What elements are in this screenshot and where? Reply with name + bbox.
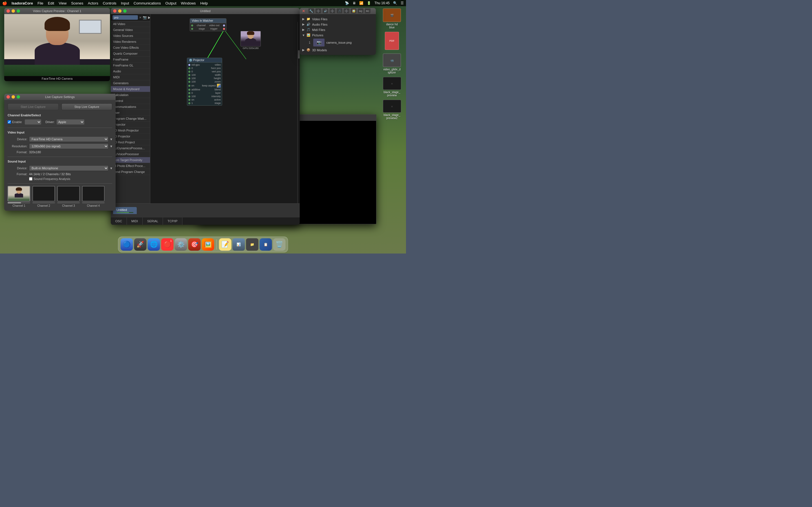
media-toolbar-btn-2[interactable]: ➕ — [315, 8, 321, 14]
resolution-dropdown-arrow[interactable]: ▾ — [110, 144, 112, 149]
menu-file[interactable]: File — [38, 1, 43, 5]
menu-help[interactable]: Help — [200, 1, 208, 5]
media-toolbar-btn-6[interactable]: ➕ — [343, 8, 350, 14]
actor-cat-freeframe[interactable]: FreeFrame — [111, 57, 150, 62]
actor-cat-communications[interactable]: Communications — [111, 104, 150, 110]
menubar-wifi-icon[interactable]: 📶 — [359, 1, 363, 5]
comm-tab-tcpip[interactable]: TCP/IP — [163, 217, 182, 225]
maximize-button[interactable] — [17, 9, 20, 13]
media-video-files[interactable]: ▶ 📁 Video Files — [300, 16, 376, 22]
main-max[interactable] — [123, 9, 126, 13]
media-toolbar-btn-5[interactable]: 🎵 — [336, 8, 343, 14]
device-dropdown-arrow[interactable]: ▾ — [110, 137, 112, 142]
sound-device-select[interactable]: Built-in Microphone — [29, 165, 109, 171]
actor-cat-core-video[interactable]: Core Video Effects — [111, 45, 150, 51]
canvas-scrollbar[interactable] — [297, 22, 300, 203]
dock-launchpad[interactable]: 🚀 — [134, 238, 147, 251]
menu-view[interactable]: View — [59, 1, 66, 5]
minimize-button[interactable] — [11, 9, 15, 13]
apple-menu[interactable]: 🍎 — [2, 1, 7, 5]
desktop-icon-dance[interactable]: 🎬 dance hdblue — [380, 8, 403, 29]
menu-input[interactable]: Input — [121, 1, 129, 5]
start-live-capture-button[interactable]: Start Live Capture — [8, 103, 59, 110]
media-3d-models[interactable]: ▶ 📦 3D Models — [300, 47, 376, 53]
actor-cat-control[interactable]: Control — [111, 98, 150, 104]
media-audio-files[interactable]: ▶ 🔊 Audio Files — [300, 22, 376, 27]
menubar-airplay-icon[interactable]: 📡 — [345, 1, 349, 5]
midi-files-expand[interactable]: ▶ — [302, 28, 305, 32]
media-toolbar-sq[interactable]: SQ — [357, 8, 364, 14]
actor-cat-program-change[interactable]: Program Change Watt... — [111, 116, 150, 122]
menubar-search-icon[interactable]: 🔍 — [393, 1, 397, 5]
menubar-list-icon[interactable]: ☰ — [401, 1, 404, 5]
resolution-select[interactable]: 1280x960 (no signal) — [29, 144, 109, 149]
audio-files-expand[interactable]: ▶ — [302, 22, 305, 26]
live-capture-max[interactable] — [17, 95, 20, 99]
actor-cat-freeframe-gl[interactable]: FreeFrame GL — [111, 62, 150, 68]
actor-cat-ci-photo[interactable]: CI Photo Effect Proce... — [111, 163, 150, 169]
actor-cat-3d-mesh[interactable]: 3D Mesh Projector — [111, 128, 150, 133]
desktop-icon-pdf[interactable]: PDF — [380, 32, 403, 51]
desktop-icon-black-stage[interactable]: ■ black_stage_preview — [380, 77, 403, 97]
stop-live-capture-button[interactable]: Stop Live Capture — [61, 103, 112, 110]
dock-system-prefs[interactable]: ⚙️ — [175, 238, 187, 251]
menu-actors[interactable]: Actors — [88, 1, 98, 5]
menu-communications[interactable]: Communications — [134, 1, 161, 5]
sound-freq-checkbox[interactable] — [29, 177, 33, 180]
actor-cat-au-voice[interactable]: AUVoiceProcessor — [111, 151, 150, 157]
media-close-button[interactable]: ✕ — [302, 9, 305, 13]
actor-search-input[interactable] — [112, 15, 138, 20]
arrow-search-icon[interactable]: ▶ — [148, 15, 150, 19]
search-clear-button[interactable]: ✕ — [139, 16, 142, 19]
main-close[interactable] — [113, 9, 116, 13]
actor-cat-midi[interactable]: MIDI — [111, 74, 150, 80]
menu-windows[interactable]: Windows — [181, 1, 196, 5]
dock-photos[interactable]: 🖼️ — [202, 238, 214, 251]
live-capture-min[interactable] — [11, 95, 15, 99]
channel-3-thumb[interactable]: Channel 3 — [57, 186, 80, 207]
actor-cat-generators[interactable]: Generators — [111, 80, 150, 86]
dock-notes[interactable]: 📝 — [219, 238, 232, 251]
3d-models-expand[interactable]: ▶ — [302, 48, 305, 52]
dock-finder[interactable]: 🔵 — [121, 238, 133, 251]
pictures-expand[interactable]: ▼ — [302, 34, 305, 37]
comm-tab-serial[interactable]: SERIAL — [143, 217, 163, 225]
menu-app-name[interactable]: IsadoraCore — [11, 1, 33, 5]
dock-isadora[interactable]: 🎯 — [188, 238, 201, 251]
menu-scenes[interactable]: Scenes — [71, 1, 83, 5]
media-toolbar-rc[interactable]: RC — [364, 8, 371, 14]
media-pictures[interactable]: ▼ 🖼️ Pictures — [300, 33, 376, 38]
sound-freq-label[interactable]: Sound Frequency Analysis — [29, 177, 70, 180]
sound-device-arrow[interactable]: ▾ — [110, 166, 112, 170]
channel-1-thumb[interactable]: Channel 1 — [8, 186, 30, 207]
media-toolbar-btn-1[interactable]: 🔧 — [308, 8, 314, 14]
media-toolbar-btn-3[interactable]: 🔊 — [322, 8, 328, 14]
actor-cat-send-program[interactable]: Send Program Change — [111, 169, 150, 175]
channel-4-thumb[interactable]: Channel 4 — [82, 186, 105, 207]
dock-files-2[interactable]: 📁 — [246, 238, 259, 251]
actor-cat-user[interactable]: User — [111, 110, 150, 116]
actor-cat-3d-projector[interactable]: 3D Projector — [111, 133, 150, 139]
actor-cat-audio[interactable]: Audio — [111, 68, 150, 74]
dock-trash[interactable]: 🗑️ — [273, 238, 286, 251]
actor-cat-video-sources[interactable]: Video Sources — [111, 33, 150, 39]
main-min[interactable] — [118, 9, 121, 13]
actor-cat-all-video[interactable]: All Video — [111, 21, 150, 27]
actor-cat-projector[interactable]: Projector — [111, 122, 150, 128]
actor-cat-mouse-keyboard[interactable]: Mouse & Keyboard — [111, 86, 150, 92]
channel-select[interactable] — [24, 119, 42, 125]
menu-controls[interactable]: Controls — [103, 1, 116, 5]
dock-files-3[interactable]: 📋 — [260, 238, 272, 251]
scrollbar-thumb[interactable] — [298, 50, 300, 59]
actor-cat-3d-rect[interactable]: 3D Rect Project — [111, 139, 150, 145]
live-capture-close[interactable] — [6, 95, 10, 99]
video-files-expand[interactable]: ▶ — [302, 17, 305, 21]
dock-files-1[interactable]: 📊 — [233, 238, 245, 251]
dock-notifications[interactable]: 🔴 1 — [161, 238, 174, 251]
actor-cat-general-video[interactable]: General Video — [111, 27, 150, 33]
desktop-icon-video-glide[interactable]: 📹 video_glide_digitizer — [380, 54, 403, 74]
close-button[interactable] — [6, 9, 10, 13]
video-in-watcher-node[interactable]: Video In Watcher channel video out stage… — [190, 18, 226, 31]
actor-cat-video-renderers[interactable]: Video Renderers — [111, 39, 150, 45]
projector-node[interactable]: ⚙️ Projector vid-gpu video 0 horz pos — [187, 58, 222, 106]
